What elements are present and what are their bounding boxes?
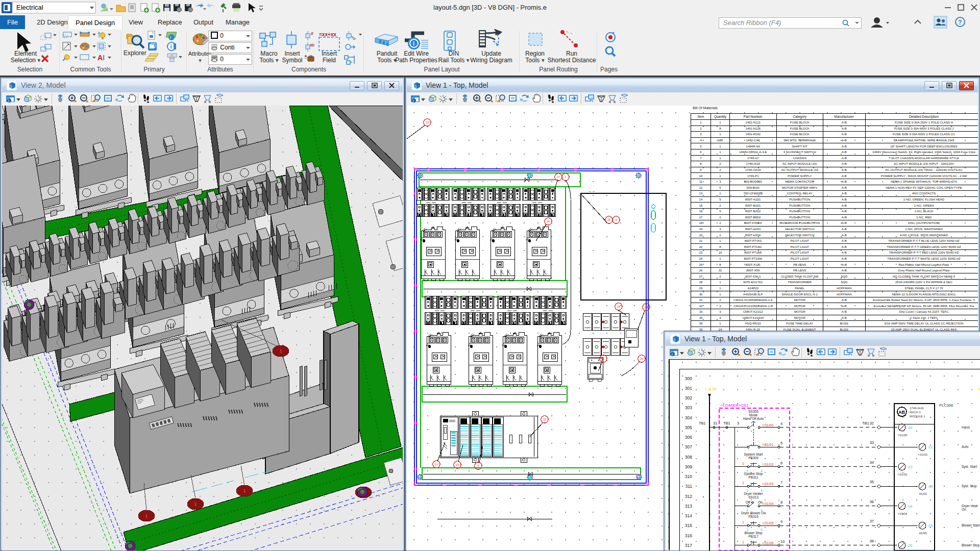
svg-text:312: 312 (685, 494, 692, 499)
svg-text:04: 04 (908, 504, 912, 509)
svg-text:=LOADER+CS1: =LOADER+CS1 (721, 403, 748, 408)
svg-text:306: 306 (685, 435, 692, 440)
svg-text:300: 300 (685, 376, 692, 381)
svg-text:Blower Start: Blower Start (962, 523, 980, 527)
svg-text:6: 6 (780, 461, 782, 465)
svg-text:Off: Off (746, 500, 750, 504)
svg-text:...: ... (468, 184, 470, 187)
svg-text:301: 301 (685, 386, 692, 391)
svg-text:10: 10 (780, 539, 785, 544)
svg-text:.01/03: .01/03 (918, 492, 927, 495)
svg-text:24: 24 (645, 306, 648, 309)
svg-text:1: 1 (279, 348, 282, 354)
svg-text:1: 1 (742, 481, 744, 485)
svg-text:01: 01 (928, 445, 933, 449)
svg-text:02: 02 (908, 465, 912, 469)
svg-text:314: 314 (685, 513, 692, 518)
svg-text:Syst. Stop: Syst. Stop (962, 484, 977, 488)
svg-text:On: On (758, 500, 763, 504)
svg-text:37: 37 (870, 519, 874, 523)
svg-text:313: 313 (685, 504, 692, 509)
svg-text:I:01/04: I:01/04 (898, 512, 908, 515)
svg-text:316: 316 (685, 533, 692, 538)
svg-text:I:01/00: I:01/00 (898, 434, 908, 437)
svg-text:I:01/02: I:01/02 (763, 463, 774, 466)
svg-text:307: 307 (685, 444, 692, 449)
svg-text:On: On (962, 508, 966, 511)
svg-text:I:01/02: I:01/02 (898, 473, 908, 476)
svg-text:11: 11 (435, 463, 438, 466)
svg-text:1: 1 (742, 520, 744, 524)
svg-text:309: 309 (685, 464, 692, 469)
svg-text:4: 4 (761, 548, 763, 550)
svg-text:00: 00 (908, 425, 912, 430)
svg-text:1: 1 (243, 488, 246, 493)
svg-text:36: 36 (870, 499, 874, 504)
svg-text:32: 32 (870, 421, 874, 425)
svg-text:8: 8 (780, 500, 782, 505)
svg-text:310: 310 (685, 474, 692, 479)
svg-text:MODULE 1: MODULE 1 (910, 415, 925, 418)
svg-text:23: 23 (456, 463, 459, 466)
svg-text:7: 7 (780, 480, 782, 485)
svg-text:Mode: Mode (749, 413, 758, 417)
svg-text:4: 4 (780, 421, 782, 426)
svg-text:4: 4 (615, 218, 617, 221)
svg-text:TB1: TB1 (862, 421, 869, 425)
svg-text:26: 26 (640, 357, 643, 360)
svg-text:i: i (170, 35, 171, 40)
svg-text:34: 34 (870, 460, 874, 465)
svg-text:317: 317 (685, 543, 692, 548)
svg-text:1: 1 (565, 176, 566, 179)
svg-text:...: ... (538, 184, 541, 187)
svg-text:PB317: PB317 (748, 535, 758, 538)
svg-text:13: 13 (426, 121, 429, 124)
svg-text:2(: 2( (978, 387, 980, 391)
svg-text:=xx+xx: =xx+xx (319, 32, 336, 37)
svg-text:ID: ID (310, 43, 314, 47)
svg-text:06: 06 (908, 543, 912, 548)
svg-text:6: 6 (477, 464, 479, 467)
svg-text:3: 3 (746, 548, 748, 550)
svg-text:SS313: SS313 (748, 495, 758, 499)
svg-text:Hand: Hand (962, 425, 970, 429)
svg-text:I:01/03: I:01/03 (763, 482, 774, 486)
svg-text:TB1: TB1 (723, 421, 730, 425)
svg-text:i: i (413, 41, 414, 46)
svg-text:33: 33 (870, 440, 874, 445)
svg-text:38: 38 (870, 539, 874, 543)
svg-text:11: 11 (602, 357, 605, 360)
svg-text:3: 3 (737, 421, 739, 425)
svg-text:- - -: - - - (590, 332, 594, 335)
svg-text:1: 1 (194, 502, 197, 507)
svg-text:305: 305 (685, 425, 692, 430)
svg-text:I:01/01: I:01/01 (763, 443, 774, 446)
svg-text:9: 9 (780, 519, 782, 524)
svg-text:TB1: TB1 (699, 421, 706, 425)
svg-text:I:01/06: I:01/06 (763, 541, 774, 545)
svg-text:304: 304 (685, 415, 692, 420)
svg-text:315: 315 (685, 523, 692, 528)
svg-text:5: 5 (780, 441, 782, 445)
svg-text:308: 308 (685, 455, 692, 460)
svg-text:.01/05: .01/05 (918, 532, 927, 535)
svg-text:I:01/04: I:01/04 (763, 502, 774, 506)
svg-text:17: 17 (557, 176, 560, 179)
svg-text:Explorer: Explorer (124, 49, 146, 57)
svg-text:Syst. Start: Syst. Start (962, 465, 977, 469)
svg-text:1: 1 (742, 540, 744, 544)
svg-text:Hand Off Auto: Hand Off Auto (743, 417, 764, 420)
svg-text:311: 311 (685, 484, 692, 489)
svg-text:PB315: PB315 (748, 515, 758, 518)
svg-text:05: 05 (928, 523, 933, 528)
svg-text:?: ? (958, 19, 962, 26)
svg-text:i: i (170, 43, 172, 49)
svg-text:15: 15 (543, 418, 546, 421)
svg-text:31: 31 (713, 421, 717, 425)
svg-text:Blower Stop: Blower Stop (962, 543, 979, 547)
svg-text:302: 302 (685, 395, 692, 400)
svg-text:PB311: PB311 (748, 475, 758, 479)
svg-text:303: 303 (685, 405, 692, 410)
svg-text:35: 35 (870, 480, 874, 484)
svg-text:AB: AB (898, 410, 905, 415)
